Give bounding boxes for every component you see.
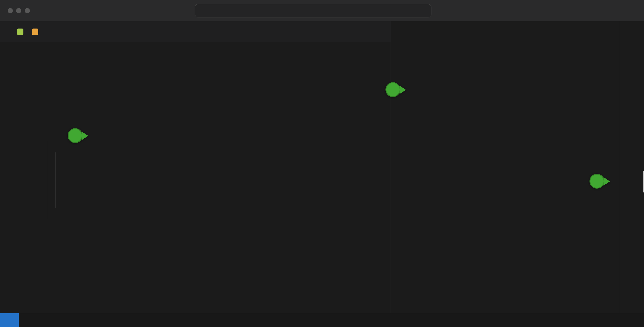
close-window-button[interactable] [8, 8, 13, 13]
insights-panel [390, 21, 620, 313]
code-area [0, 42, 390, 44]
indent-guide [47, 141, 47, 219]
zoom-window-button[interactable] [25, 8, 30, 13]
minimize-window-button[interactable] [16, 8, 21, 13]
callout-arrow [604, 177, 610, 186]
vscode-window [0, 0, 644, 327]
indent-guide [55, 152, 56, 208]
callout-3 [68, 128, 88, 143]
callout-arrow [82, 131, 88, 140]
remote-indicator[interactable] [0, 314, 19, 327]
callout-arrow [400, 85, 406, 94]
active-item-indicator [643, 171, 644, 192]
callout-2 [386, 82, 406, 97]
callout-number [386, 82, 400, 97]
command-center-search[interactable] [195, 4, 432, 18]
editor-tab-bar [0, 21, 390, 42]
extension-orange-icon[interactable] [32, 28, 38, 35]
activity-bar [620, 21, 644, 313]
extension-green-icon[interactable] [17, 28, 24, 35]
status-bar [0, 313, 644, 327]
title-bar [0, 0, 644, 21]
callout-1 [590, 174, 610, 188]
callout-number [590, 174, 604, 188]
callout-number [68, 128, 83, 143]
code-editor[interactable] [0, 42, 390, 313]
window-controls [8, 8, 30, 13]
editor-actions [8, 21, 64, 42]
